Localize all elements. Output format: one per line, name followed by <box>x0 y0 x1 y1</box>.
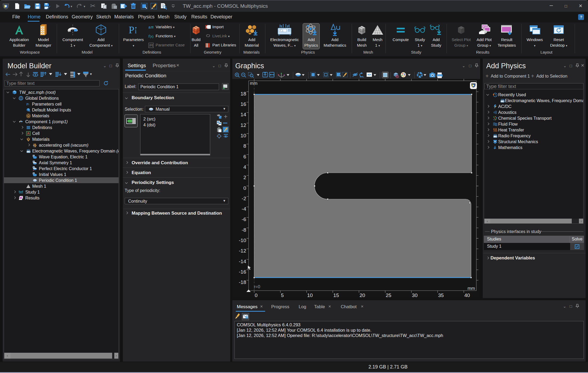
svg-text:a: a <box>148 25 151 29</box>
svg-text:(x): (x) <box>150 35 153 38</box>
svg-text:P: P <box>149 43 152 47</box>
svg-text:i: i <box>29 103 29 106</box>
svg-text:P: P <box>129 25 134 35</box>
svg-text:P: P <box>26 102 28 106</box>
